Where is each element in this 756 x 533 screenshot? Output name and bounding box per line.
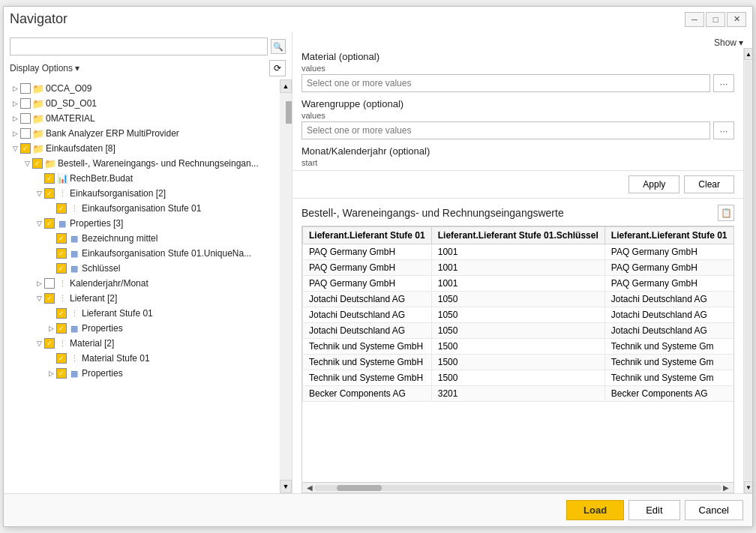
checkbox[interactable] [44,278,55,289]
show-button[interactable]: Show ▾ [714,37,743,48]
tree-item-einkaufsorg-unique[interactable]: ✓ ▦ Einkaufsorganisation Stufe 01.Unique… [4,246,280,261]
expand-icon[interactable]: ▷ [46,323,56,334]
checkbox[interactable] [20,83,31,94]
tree-item-schluessel[interactable]: ✓ ▦ Schlüssel [4,261,280,276]
checkbox[interactable]: ✓ [56,248,67,259]
clear-button[interactable]: Clear [684,175,734,193]
filter-material-more-button[interactable]: ··· [713,74,734,92]
horizontal-scrollbar[interactable]: ◀ ▶ [302,482,734,493]
table-cell: 1001 [431,260,604,276]
table-row[interactable]: Jotachi Deutschland AG1050Jotachi Deutsc… [303,292,734,307]
search-input[interactable] [10,37,268,55]
minimize-button[interactable]: ─ [685,12,704,27]
checkbox[interactable]: ✓ [32,158,43,169]
tree-item-kalenderjahr[interactable]: ▷ ⋮ Kalenderjahr/Monat [4,276,280,291]
checkbox[interactable]: ✓ [20,143,31,154]
checkbox[interactable]: ✓ [56,368,67,379]
expand-icon[interactable]: ▽ [22,158,32,169]
refresh-button[interactable]: ⟳ [269,60,286,76]
checkbox[interactable]: ✓ [56,203,67,214]
checkbox[interactable]: ✓ [44,293,55,304]
data-title-row: Bestell-, Wareneingangs- und Rechnungsei… [302,205,734,221]
table-scroll-area[interactable]: Lieferant.Lieferant Stufe 01 Lieferant.L… [302,226,734,482]
expand-icon[interactable]: ▽ [10,143,20,154]
expand-icon[interactable]: ▷ [10,113,20,124]
tree-item-einkaufsorg[interactable]: ▽ ✓ ⋮ Einkaufsorganisation [2] [4,186,280,201]
tree-item-properties3[interactable]: ▷ ✓ ▦ Properties [4,366,280,381]
filter-warengruppe-more-button[interactable]: ··· [713,121,734,139]
table-row[interactable]: PAQ Germany GmbH1001PAQ Germany GmbH [303,260,734,276]
checkbox[interactable] [20,113,31,124]
data-export-button[interactable]: 📋 [718,205,734,221]
tree-scroll-down-button[interactable]: ▼ [280,480,292,493]
checkbox[interactable]: ✓ [44,338,55,349]
checkbox[interactable]: ✓ [56,353,67,364]
filter-material-sublabel: values [302,64,734,73]
table-row[interactable]: Technik und Systeme GmbH1500Technik und … [303,355,734,370]
display-options-button[interactable]: Display Options ▾ [10,63,80,73]
table-cell: Jotachi Deutschland AG [604,307,734,323]
expand-icon[interactable]: ▷ [10,83,20,94]
expand-icon[interactable]: ▷ [10,98,20,109]
table-row[interactable]: PAQ Germany GmbH1001PAQ Germany GmbH [303,276,734,292]
table-row[interactable]: PAQ Germany GmbH1001PAQ Germany GmbH [303,244,734,260]
load-button[interactable]: Load [566,500,624,520]
table-cell: 1001 [431,276,604,292]
filter-warengruppe-input[interactable] [302,121,710,139]
checkbox[interactable] [20,98,31,109]
table-row[interactable]: Becker Components AG3201Becker Component… [303,386,734,402]
tree-item-material-stufe[interactable]: ✓ ⋮ Material Stufe 01 [4,351,280,366]
filter-monat-label: Monat/Kalenderjahr (optional) [302,145,734,157]
checkbox[interactable]: ✓ [56,263,67,274]
expand-icon[interactable]: ▷ [34,278,44,289]
tree-scroll-up-button[interactable]: ▲ [280,79,292,93]
vscroll-down-button[interactable]: ▼ [744,481,752,493]
checkbox[interactable]: ✓ [44,173,55,184]
table-cell: Jotachi Deutschland AG [303,307,432,323]
restore-button[interactable]: □ [706,12,725,27]
expand-icon[interactable]: ▷ [10,128,20,139]
expand-icon[interactable]: ▽ [34,188,44,199]
checkbox[interactable] [20,128,31,139]
tree-item-einkaufsdaten[interactable]: ▽ ✓ 📁 Einkaufsdaten [8] [4,141,280,156]
apply-button[interactable]: Apply [628,175,680,193]
h-scroll-thumb[interactable] [337,485,382,491]
filter-material: Material (optional) values ··· [302,51,734,92]
tree-item-0D_SD_O01[interactable]: ▷ 📁 0D_SD_O01 [4,96,280,111]
table-row[interactable]: Jotachi Deutschland AG1050Jotachi Deutsc… [303,323,734,339]
expand-icon[interactable]: ▽ [34,218,44,229]
checkbox[interactable]: ✓ [56,323,67,334]
checkbox[interactable]: ✓ [56,308,67,319]
expand-icon[interactable]: ▽ [34,293,44,304]
close-button[interactable]: ✕ [727,12,746,27]
tree-item-bestell[interactable]: ▽ ✓ 📁 Bestell-, Wareneingangs- und Rechn… [4,156,280,171]
scroll-right-icon[interactable]: ▶ [722,484,730,492]
tree-item-0CCA_O09[interactable]: ▷ 📁 0CCA_O09 [4,81,280,96]
expand-icon[interactable]: ▽ [34,338,44,349]
tree-item-material[interactable]: ▽ ✓ ⋮ Material [2] [4,336,280,351]
filter-material-input[interactable] [302,74,710,92]
search-bar: 🔍 [4,31,292,58]
tree-item-lieferant[interactable]: ▽ ✓ ⋮ Lieferant [2] [4,291,280,306]
tree-item-0MATERIAL[interactable]: ▷ 📁 0MATERIAL [4,111,280,126]
tree-item-lieferant-stufe[interactable]: ✓ ⋮ Lieferant Stufe 01 [4,306,280,321]
table-row[interactable]: Technik und Systeme GmbH1500Technik und … [303,370,734,386]
table-row[interactable]: Jotachi Deutschland AG1050Jotachi Deutsc… [303,307,734,323]
scroll-left-icon[interactable]: ◀ [305,484,314,492]
expand-icon[interactable]: ▷ [46,368,56,379]
tree-item-properties1[interactable]: ▽ ✓ ▦ Properties [3] [4,216,280,231]
edit-button[interactable]: Edit [628,500,680,520]
checkbox[interactable]: ✓ [44,188,55,199]
table-cell: Becker Components AG [303,386,432,402]
tree-item-bezeichnung[interactable]: ✓ ▦ Bezeichnung mittel [4,231,280,246]
tree-item-einkaufsorg-stufe[interactable]: ✓ ⋮ Einkaufsorganisation Stufe 01 [4,201,280,216]
cancel-button[interactable]: Cancel [685,500,743,520]
tree-item-bank-analyzer[interactable]: ▷ 📁 Bank Analyzer ERP MultiProvider [4,126,280,141]
search-icon[interactable]: 🔍 [271,39,286,54]
tree-item-rechbetr[interactable]: ✓ 📊 RechBetr.Budat [4,171,280,186]
checkbox[interactable]: ✓ [44,218,55,229]
vscroll-up-button[interactable]: ▲ [744,48,752,60]
checkbox[interactable]: ✓ [56,233,67,244]
table-row[interactable]: Technik und Systeme GmbH1500Technik und … [303,339,734,355]
tree-item-properties2[interactable]: ▷ ✓ ▦ Properties [4,321,280,336]
